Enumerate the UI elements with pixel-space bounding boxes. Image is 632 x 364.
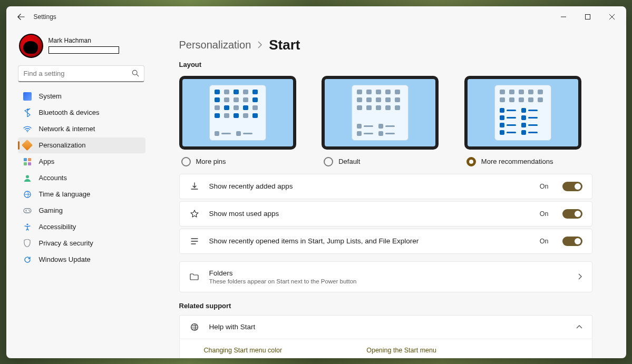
help-link-open-start[interactable]: Opening the Start menu [366, 347, 436, 354]
nav-label: Windows Update [39, 255, 91, 263]
nav-gaming[interactable]: Gaming [18, 203, 145, 219]
nav-bluetooth[interactable]: Bluetooth & devices [18, 105, 145, 121]
maximize-icon [585, 14, 590, 19]
settings-window: Settings Mark Hachman [6, 6, 626, 358]
nav-label: Apps [39, 158, 55, 165]
setting-title: Show recently added apps [209, 182, 530, 190]
toggle-state: On [540, 210, 549, 218]
nav-label: Accessibility [39, 223, 76, 231]
nav-accounts[interactable]: Accounts [18, 170, 145, 186]
nav-label: Privacy & security [39, 239, 93, 247]
radio-label: More pins [196, 158, 226, 165]
nav-accessibility[interactable]: Accessibility [18, 219, 145, 235]
system-icon [23, 92, 32, 101]
help-with-start[interactable]: Help with Start [179, 315, 592, 339]
profile-name: Mark Hachman [48, 37, 119, 44]
breadcrumb-root[interactable]: Personalization [179, 39, 251, 51]
update-icon [23, 255, 32, 264]
toggle-state: On [540, 238, 549, 245]
radio-more-recs[interactable] [466, 157, 476, 166]
page-title: Start [269, 37, 300, 53]
setting-subtitle: These folders appear on Start next to th… [209, 278, 569, 284]
wifi-icon [23, 125, 32, 133]
list-icon [189, 238, 200, 245]
apps-icon [23, 158, 32, 166]
nav-apps[interactable]: Apps [18, 154, 145, 170]
search-wrap [18, 65, 144, 82]
svg-point-8 [26, 223, 28, 225]
nav-label: System [39, 92, 62, 100]
layout-option-default[interactable]: Default [322, 76, 450, 166]
bluetooth-icon [23, 109, 32, 117]
related-support-label: Related support [179, 302, 592, 310]
star-icon [189, 210, 200, 218]
setting-folders[interactable]: Folders These folders appear on Start ne… [179, 261, 592, 292]
setting-most-used: Show most used apps On [179, 201, 592, 227]
nav-windows-update[interactable]: Windows Update [18, 252, 145, 268]
nav-network[interactable]: Network & internet [18, 121, 145, 137]
svg-point-1 [132, 70, 137, 75]
avatar [19, 34, 43, 58]
radio-label: More recommendations [481, 158, 553, 165]
layout-section-label: Layout [179, 61, 592, 68]
svg-point-2 [27, 131, 28, 132]
toggle-most-used[interactable] [562, 209, 582, 219]
profile-block[interactable]: Mark Hachman [18, 32, 145, 63]
titlebar: Settings [6, 6, 626, 27]
toggle-recently-added[interactable] [562, 182, 582, 191]
setting-recent-items: Show recently opened items in Start, Jum… [179, 229, 592, 254]
chevron-right-icon [578, 273, 582, 280]
paintbrush-icon [23, 141, 32, 150]
chevron-right-icon [257, 41, 262, 48]
help-link-color[interactable]: Changing Start menu color [204, 347, 283, 354]
breadcrumb: Personalization Start [179, 37, 592, 53]
layout-preview-default [322, 76, 439, 150]
nav-label: Bluetooth & devices [39, 109, 100, 116]
layout-preview-more-recs [464, 76, 581, 150]
download-icon [189, 182, 200, 191]
globe-clock-icon [23, 190, 32, 199]
layout-option-more-recs[interactable]: More recommendations [464, 76, 592, 166]
toggle-state: On [540, 183, 549, 190]
gamepad-icon [23, 206, 32, 215]
svg-point-7 [29, 211, 30, 212]
main-content: Personalization Start Layout [154, 27, 626, 358]
nav-time-language[interactable]: Time & language [18, 186, 145, 202]
window-controls [551, 6, 624, 27]
minimize-button[interactable] [551, 6, 576, 27]
setting-recently-added: Show recently added apps On [179, 174, 592, 199]
help-globe-icon [189, 323, 200, 331]
close-icon [609, 14, 615, 19]
maximize-button[interactable] [576, 6, 600, 27]
search-icon [132, 70, 139, 77]
help-title: Help with Start [209, 323, 567, 331]
close-button[interactable] [600, 6, 624, 27]
radio-default[interactable] [324, 157, 333, 166]
back-button[interactable] [14, 9, 28, 24]
layout-options-row: More pins [179, 76, 592, 166]
setting-title: Show recently opened items in Start, Jum… [209, 237, 530, 245]
nav: System Bluetooth & devices Network & int… [18, 88, 145, 268]
minimize-icon [561, 14, 566, 19]
folder-icon [189, 273, 200, 280]
layout-option-more-pins[interactable]: More pins [179, 76, 307, 166]
nav-system[interactable]: System [18, 88, 145, 104]
svg-rect-5 [24, 209, 31, 213]
radio-label: Default [338, 158, 360, 165]
radio-more-pins[interactable] [181, 157, 191, 166]
nav-privacy[interactable]: Privacy & security [18, 235, 145, 251]
app-title: Settings [34, 13, 56, 21]
setting-title: Show most used apps [209, 210, 530, 218]
sidebar: Mark Hachman System Bluetooth & devices [6, 27, 154, 358]
nav-label: Network & internet [39, 125, 95, 133]
nav-personalization[interactable]: Personalization [18, 137, 145, 153]
chevron-up-icon [576, 325, 582, 329]
nav-label: Personalization [39, 141, 86, 149]
help-links: Changing Start menu color Opening the St… [179, 339, 592, 358]
nav-label: Accounts [39, 174, 67, 182]
search-input[interactable] [18, 65, 144, 82]
setting-title: Folders [209, 269, 569, 277]
svg-point-3 [26, 175, 29, 178]
toggle-recent-items[interactable] [562, 237, 582, 246]
nav-label: Time & language [39, 190, 91, 198]
